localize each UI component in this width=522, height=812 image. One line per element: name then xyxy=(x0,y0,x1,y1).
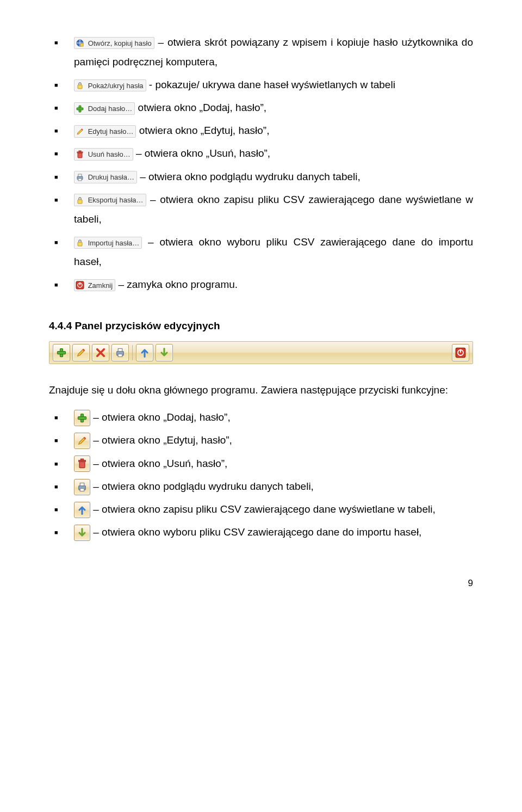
menu-item-edit: Edytuj hasło… otwiera okno „Edytuj, hasł… xyxy=(49,121,473,140)
pencil-icon xyxy=(77,435,88,446)
plus-icon xyxy=(56,347,67,358)
show-hide-menu-button[interactable]: Pokaż/ukryj hasła xyxy=(74,79,146,92)
toolbar-add-button[interactable] xyxy=(53,344,70,361)
plus-icon xyxy=(77,413,88,423)
arrow-down-icon xyxy=(159,347,170,358)
printer-icon xyxy=(77,482,88,493)
menu-label: Eksportuj hasła… xyxy=(88,196,144,204)
printer-icon xyxy=(115,347,126,358)
btn-desc-import: – otwiera okno wyboru pliku CSV zawieraj… xyxy=(49,522,473,542)
lock-icon xyxy=(76,196,84,205)
edit-button[interactable] xyxy=(74,433,90,449)
menu-label: Importuj hasła… xyxy=(88,238,140,247)
menu-item-showhide: Pokaż/ukryj hasła - pokazuje/ ukrywa dan… xyxy=(49,75,473,95)
section-title: 4.4.4 Panel przycisków edycyjnych xyxy=(49,316,473,336)
menu-item-add: Dodaj hasło… otwiera okno „Dodaj, hasło”… xyxy=(49,98,473,118)
btn-desc-delete: – otwiera okno „Usuń, hasło”, xyxy=(49,454,473,473)
menu-item-close: Zamknij – zamyka okno programu. xyxy=(49,275,473,294)
menu-desc: - pokazuje/ ukrywa dane haseł wyświetlan… xyxy=(146,79,395,90)
btn-desc-text: – otwiera okno „Dodaj, hasło”, xyxy=(90,411,231,423)
globe-key-icon xyxy=(76,39,84,47)
menu-label: Zamknij xyxy=(88,281,113,289)
export-button[interactable] xyxy=(74,502,90,518)
trash-icon xyxy=(76,150,84,159)
btn-desc-text: – otwiera okno zapisu pliku CSV zawieraj… xyxy=(90,503,436,515)
menu-item-print: Drukuj hasła… – otwiera okno podglądu wy… xyxy=(49,167,473,187)
menu-item-export: Eksportuj hasła… – otwiera okno zapisu p… xyxy=(49,190,473,229)
menu-label: Edytuj hasło… xyxy=(88,127,134,136)
menu-desc: – otwiera okno „Usuń, hasło”, xyxy=(133,147,270,159)
pencil-icon xyxy=(76,127,84,136)
menu-label: Dodaj hasło… xyxy=(88,104,133,113)
btn-desc-text: – otwiera okno „Edytuj, hasło”, xyxy=(90,434,232,446)
toolbar-print-button[interactable] xyxy=(111,344,129,361)
btn-desc-text: – otwiera okno „Usuń, hasło”, xyxy=(90,458,227,469)
arrow-up-icon xyxy=(139,347,150,358)
page-number: 9 xyxy=(49,575,473,592)
x-icon xyxy=(95,347,106,358)
power-icon xyxy=(455,347,466,358)
delete-button[interactable] xyxy=(74,456,90,472)
menu-desc: – otwiera okno podglądu wydruku danych t… xyxy=(137,171,361,182)
import-menu-button[interactable]: Importuj hasła… xyxy=(74,237,142,249)
printer-icon xyxy=(76,173,84,182)
print-button[interactable] xyxy=(74,479,90,495)
menu-desc: – zamyka okno programu. xyxy=(115,279,238,290)
trash-icon xyxy=(77,458,88,469)
edit-buttons-toolbar xyxy=(49,341,473,364)
btn-desc-edit: – otwiera okno „Edytuj, hasło”, xyxy=(49,430,473,450)
btn-desc-print: – otwiera okno podglądu wydruku danych t… xyxy=(49,477,473,496)
arrow-up-icon xyxy=(77,505,88,515)
button-descriptions-list: – otwiera okno „Dodaj, hasło”, – otwiera… xyxy=(49,408,473,542)
toolbar-import-button[interactable] xyxy=(156,344,173,361)
export-menu-button[interactable]: Eksportuj hasła… xyxy=(74,194,146,206)
menu-desc: otwiera okno „Dodaj, hasło”, xyxy=(135,102,266,113)
menu-label: Usuń hasło… xyxy=(88,150,130,158)
menu-items-list: Otwórz, kopiuj hasło – otwiera skrót pow… xyxy=(49,33,473,294)
toolbar-edit-button[interactable] xyxy=(72,344,90,361)
print-menu-button[interactable]: Drukuj hasła… xyxy=(74,171,137,183)
lock-icon xyxy=(76,81,84,90)
menu-label: Drukuj hasła… xyxy=(88,173,134,181)
toolbar-close-button[interactable] xyxy=(452,344,469,361)
btn-desc-text: – otwiera okno podglądu wydruku danych t… xyxy=(90,481,314,492)
menu-item-open: Otwórz, kopiuj hasło – otwiera skrót pow… xyxy=(49,33,473,72)
intro-paragraph: Znajduje się u dołu okna głównego progra… xyxy=(49,380,473,400)
lock-icon xyxy=(76,238,84,247)
menu-item-import: Importuj hasła… – otwiera okno wyboru pl… xyxy=(49,232,473,272)
menu-label: Pokaż/ukryj hasła xyxy=(88,81,144,89)
close-menu-button[interactable]: Zamknij xyxy=(74,279,115,292)
edit-menu-button[interactable]: Edytuj hasło… xyxy=(74,125,136,138)
toolbar-export-button[interactable] xyxy=(136,344,153,361)
delete-menu-button[interactable]: Usuń hasło… xyxy=(74,148,133,161)
btn-desc-add: – otwiera okno „Dodaj, hasło”, xyxy=(49,408,473,427)
menu-label: Otwórz, kopiuj hasło xyxy=(88,39,152,47)
toolbar-separator xyxy=(132,345,133,360)
add-menu-button[interactable]: Dodaj hasło… xyxy=(74,102,135,115)
menu-item-delete: Usuń hasło… – otwiera okno „Usuń, hasło”… xyxy=(49,144,473,163)
import-button[interactable] xyxy=(74,525,90,541)
plus-icon xyxy=(76,104,84,113)
btn-desc-text: – otwiera okno wyboru pliku CSV zawieraj… xyxy=(90,526,421,538)
power-icon xyxy=(76,281,84,290)
pencil-icon xyxy=(76,347,86,358)
open-copy-menu-button[interactable]: Otwórz, kopiuj hasło xyxy=(74,37,154,50)
toolbar-delete-button[interactable] xyxy=(92,344,109,361)
arrow-down-icon xyxy=(77,527,88,538)
add-button[interactable] xyxy=(74,410,90,426)
menu-desc: otwiera okno „Edytuj, hasło”, xyxy=(136,125,269,136)
btn-desc-export: – otwiera okno zapisu pliku CSV zawieraj… xyxy=(49,500,473,519)
